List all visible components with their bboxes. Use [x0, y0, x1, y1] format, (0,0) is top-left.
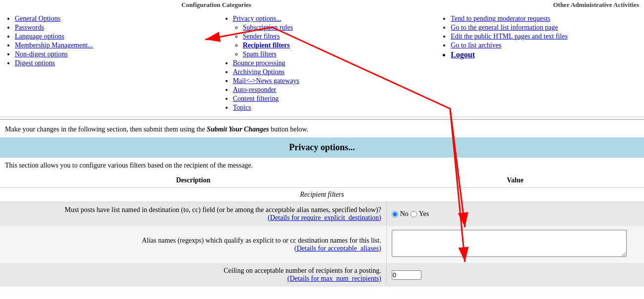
nav-col2-sub-link[interactable]: Sender filters [243, 33, 280, 40]
nav-col1-link[interactable]: Membership Management... [15, 42, 93, 49]
nav-col2-link[interactable]: Mail<->News gateways [233, 77, 299, 85]
nav-col1-item: Non-digest options [15, 50, 203, 58]
row3-value-cell [386, 263, 644, 287]
nav-privacy-options: Privacy options...Subscription rulesSend… [233, 15, 421, 58]
acceptable-aliases-textarea[interactable] [392, 230, 627, 257]
logout-link[interactable]: Logout [451, 50, 475, 59]
nav-col3-link[interactable]: Tend to pending moderator requests [451, 15, 550, 22]
nav-col-1: General OptionsPasswordsLanguage options… [5, 14, 203, 113]
table-row: Ceiling on acceptable number of recipien… [0, 263, 644, 287]
nav-col1-item: Digest options [15, 59, 203, 67]
row3-details-link[interactable]: (Details for max_num_recipients) [287, 275, 381, 282]
nav-col3-item: Tend to pending moderator requests [451, 15, 639, 23]
nav-col2-sub-item: Recipient filters [243, 42, 421, 49]
recipient-filters-subheader: Recipient filters [0, 188, 644, 202]
nav-col1-item: Language options [15, 33, 203, 41]
nav-col2-item: Content filtering [233, 95, 421, 103]
section-description: This section allows you to configure var… [0, 158, 644, 173]
nav-col2-link[interactable]: Content filtering [233, 95, 279, 102]
nav-col2-item: Archiving Options [233, 68, 421, 76]
row1-radio-group: No Yes [392, 210, 639, 218]
row2-description: Alias names (regexps) which qualify as e… [0, 226, 386, 263]
row1-label-yes: Yes [419, 210, 429, 218]
nav-col1-link[interactable]: Passwords [15, 24, 44, 31]
nav-col2-item: Mail<->News gateways [233, 77, 421, 85]
row1-radio-yes[interactable] [411, 211, 417, 217]
other-admin-header: Other Administrative Activities [428, 1, 639, 9]
col-header-value: Value [386, 173, 644, 188]
nav-col3-link[interactable]: Go to list archives [451, 42, 501, 49]
nav-col3-link[interactable]: Edit the public HTML pages and text file… [451, 33, 567, 40]
nav-col3-link[interactable]: Go to the general list information page [451, 24, 558, 31]
nav-col2-sub-item: Subscription rules [243, 24, 421, 32]
max-num-recipients-input[interactable] [392, 270, 421, 280]
nav-col2-sub-link[interactable]: Subscription rules [243, 24, 293, 31]
col-header-description: Description [0, 173, 386, 188]
nav-col2-link[interactable]: Topics [233, 104, 251, 111]
nav-privacy-options-link[interactable]: Privacy options... [233, 15, 281, 22]
nav-col1-link[interactable]: Digest options [15, 59, 55, 67]
nav-col2-link[interactable]: Bounce processing [233, 59, 285, 67]
table-row: Must posts have list named in destinatio… [0, 202, 644, 226]
nav-col1-item: General Options [15, 15, 203, 23]
row1-description: Must posts have list named in destinatio… [0, 202, 386, 226]
row1-label-no: No [400, 210, 409, 218]
row2-details-link[interactable]: (Details for acceptable_aliases) [294, 245, 381, 252]
nav-col3-item: Edit the public HTML pages and text file… [451, 33, 639, 41]
table-row: Alias names (regexps) which qualify as e… [0, 226, 644, 263]
row1-value-cell: No Yes [386, 202, 644, 226]
privacy-options-header: Privacy options... [0, 137, 644, 158]
submit-note: Make your changes in the following secti… [0, 122, 644, 137]
nav-col-2: Privacy options...Subscription rulesSend… [223, 14, 421, 113]
nav-col1-link[interactable]: Language options [15, 33, 64, 40]
nav-col2-sub-link[interactable]: Spam filters [243, 50, 276, 58]
nav-col1-item: Membership Management... [15, 42, 203, 49]
nav-col1-link[interactable]: General Options [15, 15, 60, 22]
row1-details-link[interactable]: (Details for require_explicit_destinatio… [268, 214, 381, 221]
nav-col2-item: Auto-responder [233, 86, 421, 94]
nav-col3-item: Go to list archives [451, 42, 639, 49]
nav-col3-item: Go to the general list information page [451, 24, 639, 32]
nav-logout-item: Logout [451, 50, 639, 59]
row3-description: Ceiling on acceptable number of recipien… [0, 263, 386, 287]
nav-col2-item: Bounce processing [233, 59, 421, 67]
nav-col1-link[interactable]: Non-digest options [15, 50, 68, 58]
nav-col2-item: Topics [233, 104, 421, 112]
row1-radio-no[interactable] [392, 211, 398, 217]
config-categories-header: Configuration Categories [5, 1, 428, 9]
nav-col2-sub-link[interactable]: Recipient filters [243, 42, 290, 49]
nav-col1-item: Passwords [15, 24, 203, 32]
nav-col2-sub-item: Spam filters [243, 50, 421, 58]
nav-col2-link[interactable]: Auto-responder [233, 86, 276, 93]
nav-col2-link[interactable]: Archiving Options [233, 68, 285, 76]
nav-col-3: Tend to pending moderator requestsGo to … [441, 14, 639, 113]
nav-col2-sub-item: Sender filters [243, 33, 421, 41]
row2-value-cell [386, 226, 644, 263]
